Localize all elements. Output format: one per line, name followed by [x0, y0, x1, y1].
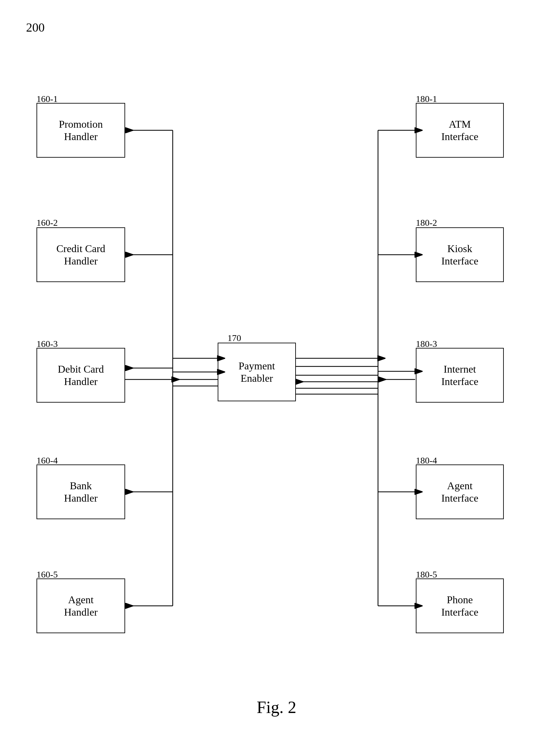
figure-number-200: 200	[26, 20, 45, 34]
box-credit-card-handler: Credit CardHandler	[36, 227, 125, 282]
box-agent-interface: AgentInterface	[416, 465, 504, 519]
box-bank-handler: BankHandler	[36, 465, 125, 519]
label-180-2: 180-2	[416, 217, 437, 228]
box-agent-handler: AgentHandler	[36, 578, 125, 633]
box-debit-card-handler: Debit CardHandler	[36, 348, 125, 403]
label-170: 170	[227, 333, 241, 343]
box-kiosk-interface: KioskInterface	[416, 227, 504, 282]
box-atm-interface: ATMInterface	[416, 103, 504, 158]
box-promotion-handler: PromotionHandler	[36, 103, 125, 158]
label-160-2: 160-2	[36, 217, 58, 228]
box-payment-enabler: PaymentEnabler	[218, 343, 296, 401]
box-internet-interface: InternetInterface	[416, 348, 504, 403]
box-phone-interface: PhoneInterface	[416, 578, 504, 633]
figure-label: Fig. 2	[0, 698, 553, 717]
diagram-container: 200 160-1 PromotionHandler 160-2 Credit …	[0, 0, 553, 756]
